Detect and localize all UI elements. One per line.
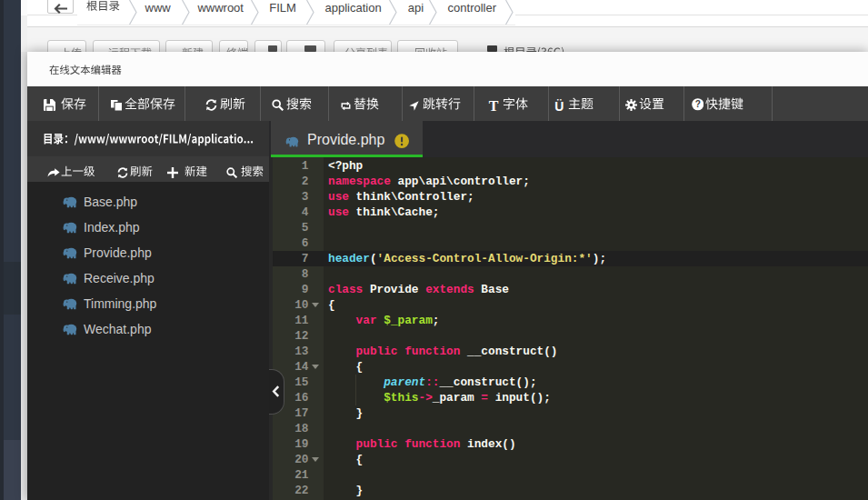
svg-text:?: ? [694,99,700,109]
